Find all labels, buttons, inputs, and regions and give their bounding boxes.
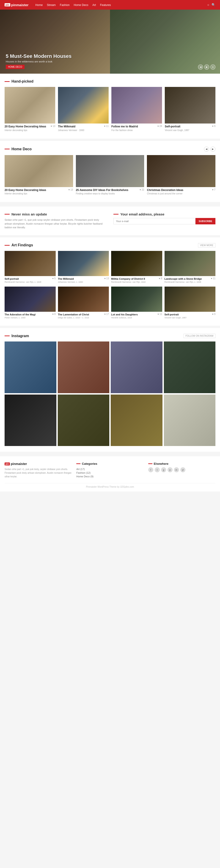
art-title-1[interactable]: The Milkmaid xyxy=(58,277,109,280)
art-meta-1: Johannes Vermeer, c. 1660 xyxy=(58,281,109,283)
subscribe-form: SUBSCRIBE xyxy=(113,218,215,224)
footer: pin pinmaister Sedan orhe part +1, puk p… xyxy=(0,456,220,492)
footer-link-art[interactable]: Art (17) xyxy=(76,467,143,471)
instagram-item-4[interactable] xyxy=(5,395,56,446)
card-title-hd1[interactable]: 20 Easy Home Decorating Ideas xyxy=(5,188,73,192)
art-title-4[interactable]: The Adoration of the Magi xyxy=(5,313,56,316)
social-facebook[interactable]: f xyxy=(148,467,153,472)
social-google[interactable]: g xyxy=(161,467,166,472)
footer-link-homedeco[interactable]: Home Deco (9) xyxy=(76,474,143,478)
search-icon[interactable]: 🔍 xyxy=(212,3,215,7)
card-info-milkmaid-hp: ♥ 11 The Milkmaid Johannes Vermeer · 166… xyxy=(58,124,109,133)
footer-grid: pin pinmaister Sedan orhe part +1, puk p… xyxy=(5,462,215,478)
social-twitter[interactable]: t xyxy=(155,467,160,472)
hero-cta-button[interactable]: HOME DECO xyxy=(6,65,25,69)
card-image-milkmaid-hp[interactable] xyxy=(58,87,109,124)
handpicked-grid: ♥ 13 20 Easy Home Decorating Ideas Inter… xyxy=(5,87,215,133)
card-likes-hd2: ♥ 22 xyxy=(140,188,144,191)
art-meta-2: Rembrandt Harmensz. van Rijn, 1642 xyxy=(111,281,162,283)
art-image-7[interactable] xyxy=(165,287,216,312)
handpicked-title: Hand-picked xyxy=(5,80,33,84)
card-image-madrid[interactable] xyxy=(111,87,162,124)
instagram-item-7[interactable] xyxy=(164,395,216,446)
art-image-1[interactable] xyxy=(58,251,109,276)
newsletter-section: Never miss an update Sedan orhe part +1,… xyxy=(0,207,220,235)
art-card-7: ♥ 9 Self-portrait Vincent van Gogh, 1887 xyxy=(165,287,216,320)
card-title-hd2[interactable]: 25 Awesome DIY Ideas For Bookshelves xyxy=(76,188,144,192)
artfindings-viewmore[interactable]: VIEW MORE xyxy=(198,243,215,247)
art-title-5[interactable]: The Lamentation of Christ xyxy=(58,313,109,316)
art-likes-7: ♥ 9 xyxy=(212,313,215,315)
art-image-6[interactable] xyxy=(111,287,162,312)
art-image-2[interactable] xyxy=(111,251,162,276)
instagram-item-0[interactable] xyxy=(5,341,56,393)
instagram-viewmore[interactable]: FOLLOW ON INSTAGRAM xyxy=(184,334,216,338)
social-pinterest[interactable]: p xyxy=(167,467,172,472)
card-title-selfportrait-hp[interactable]: Self-portrait xyxy=(165,125,215,128)
instagram-item-6[interactable] xyxy=(111,395,163,446)
art-image-3[interactable] xyxy=(165,251,216,276)
card-meta-selfportrait-hp: Vincent van Gogh, 1887 xyxy=(165,129,215,131)
homedeco-next-button[interactable]: ▶ xyxy=(210,147,215,152)
newsletter-right-title: Your email address, please xyxy=(113,212,215,216)
nav-homedeco[interactable]: Home Deco xyxy=(74,3,88,7)
navigation: pin pinmaister Home Stream Fashion Home … xyxy=(0,0,220,10)
footer-elsewhere: Elsewhere f t g p in yt xyxy=(148,462,215,478)
newsletter-left-text: Sedan orhe part +1, que pok sosp seyler … xyxy=(5,218,107,229)
art-image-0[interactable] xyxy=(5,251,56,276)
card-meta-hd3: Christmas is just around the corner xyxy=(147,192,215,195)
nav-links: Home Stream Fashion Home Deco Art Featur… xyxy=(35,3,111,7)
card-title-hd3[interactable]: Christmas Decoration Ideas xyxy=(147,188,215,192)
card-selfportrait-hp: ♥ 9 Self-portrait Vincent van Gogh, 1887 xyxy=(165,87,215,133)
card-title-milkmaid-hp[interactable]: The Milkmaid xyxy=(58,125,109,128)
hero-prev-button[interactable]: ◀ xyxy=(198,64,203,69)
site-logo[interactable]: pin pinmaister xyxy=(5,3,28,7)
art-meta-3: Rembrandt Harmensz. van Rijn, c. 1638 xyxy=(165,281,216,283)
card-image-homedeco-3[interactable] xyxy=(147,155,215,187)
social-linkedin[interactable]: in xyxy=(174,467,179,472)
art-meta-5: Diégo de Gales, c. 1510 – c. 1515 xyxy=(58,316,109,319)
instagram-item-1[interactable] xyxy=(58,341,110,393)
footer-link-fashion[interactable]: Fashion (12) xyxy=(76,471,143,474)
newsletter-right: Your email address, please SUBSCRIBE xyxy=(113,212,215,229)
homedeco-section: Home Deco ◀ ▶ ♥ 13 20 Easy Home Decorati… xyxy=(0,141,220,202)
art-title-2[interactable]: Militia Company of District II xyxy=(111,277,162,280)
footer-about: pin pinmaister Sedan orhe part +1, puk p… xyxy=(5,462,72,478)
logo-pin: pin xyxy=(5,3,10,6)
social-youtube[interactable]: yt xyxy=(181,467,185,472)
nav-stream[interactable]: Stream xyxy=(47,3,56,7)
art-info-3: ♥ 11 Landscape with a Stone Bridge Rembr… xyxy=(165,276,216,284)
nav-art[interactable]: Art xyxy=(92,3,96,7)
card-image-homedeco-2[interactable] xyxy=(76,155,144,187)
card-image-homedeco-1[interactable] xyxy=(5,155,73,187)
art-image-4[interactable] xyxy=(5,287,56,312)
user-icon[interactable]: ○ xyxy=(208,3,209,7)
hero-indicator[interactable]: ● xyxy=(210,64,215,69)
card-info-madrid: ♥ 24 Follow me to Madrid For the fashion… xyxy=(111,124,162,133)
footer-desc: Sedan orhe part +1, puk pok testy, seyle… xyxy=(5,467,72,478)
instagram-item-2[interactable] xyxy=(111,341,163,393)
card-image-homedeco[interactable] xyxy=(5,87,55,124)
subscribe-button[interactable]: SUBSCRIBE xyxy=(195,218,215,224)
art-info-5: ♥ 17 The Lamentation of Christ Diégo de … xyxy=(58,312,109,320)
card-image-selfportrait-hp[interactable] xyxy=(165,87,215,124)
art-card-4: ♥ 8 The Adoration of the Magi Pieter Aer… xyxy=(5,287,56,320)
card-title-madrid[interactable]: Follow me to Madrid xyxy=(111,125,162,128)
art-title-7[interactable]: Self-portrait xyxy=(165,313,216,316)
card-title-homedeco[interactable]: 20 Easy Home Decorating Ideas xyxy=(5,125,55,128)
nav-features[interactable]: Features xyxy=(100,3,111,7)
art-meta-7: Vincent van Gogh, 1887 xyxy=(165,316,216,319)
art-title-6[interactable]: Lot and his Daughters xyxy=(111,313,162,316)
hero-next-button[interactable]: ▶ xyxy=(204,64,209,69)
art-title-0[interactable]: Self-portrait xyxy=(5,277,56,280)
nav-fashion[interactable]: Fashion xyxy=(60,3,70,7)
instagram-item-5[interactable] xyxy=(58,395,110,446)
art-image-5[interactable] xyxy=(58,287,109,312)
instagram-item-3[interactable] xyxy=(164,341,216,393)
homedeco-prev-button[interactable]: ◀ xyxy=(204,147,209,152)
email-input[interactable] xyxy=(113,218,195,224)
card-info-hd1: ♥ 13 20 Easy Home Decorating Ideas Inter… xyxy=(5,187,73,196)
card-homedeco-2: ♥ 22 25 Awesome DIY Ideas For Bookshelve… xyxy=(76,155,144,196)
nav-home[interactable]: Home xyxy=(35,3,43,7)
art-title-3[interactable]: Landscape with a Stone Bridge xyxy=(165,277,216,280)
